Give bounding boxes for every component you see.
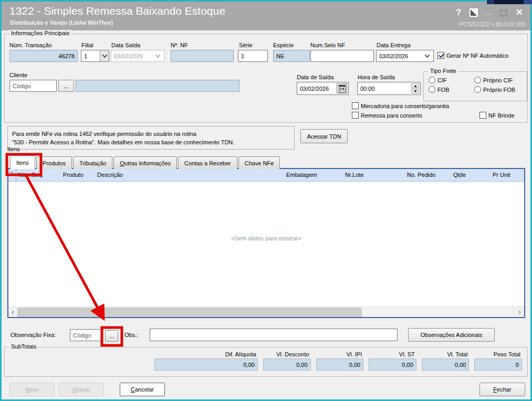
nf-brinde-checkbox[interactable] [479,112,486,119]
radio-cif-label: CIF [437,77,447,83]
obs-input[interactable] [150,329,398,341]
close-icon[interactable]: ✕ [516,7,523,18]
remessa-conserto-checkbox[interactable] [352,112,359,119]
spinner-up-button[interactable] [411,83,419,88]
col-embalagem[interactable]: Embalagem [286,172,317,178]
nfe-notice-box: Para emitir NFe via rotina 1452 verifiqu… [7,126,295,150]
col-produto[interactable]: Produto [63,172,84,178]
spinner-down-button[interactable] [411,89,419,93]
col-num-seq[interactable]: Núm.Seq. [18,172,44,178]
serie-label: Série [239,42,253,48]
gravar-button[interactable]: Gravar [59,383,104,396]
data-saida-value: 03/02/2026 [114,53,143,59]
col-qtde[interactable]: Qtde [453,172,466,178]
radio-cif[interactable] [429,77,435,83]
radio-proprio-cif[interactable] [474,77,481,83]
chevron-down-icon [423,54,431,58]
filial-dropdown-button[interactable] [100,50,109,61]
titlebar: 1322 - Simples Remessa Baixando Estoque … [2,2,530,30]
data-de-saida-label: Data de Saída [297,74,333,80]
subtotal-label: Vl. Total [422,351,470,357]
scroll-left-icon[interactable]: ‹ [8,307,17,317]
observacoes-adicionais-button[interactable]: Observações Adicionais [408,328,495,342]
tab-itens[interactable]: Itens [10,154,35,169]
data-saida-label: Data Saída [111,42,140,48]
tab-outras-informacoes[interactable]: Outras Informações [113,156,177,169]
col-nr-lote[interactable]: Nr.Lote [345,172,363,178]
window-title: 1322 - Simples Remessa Baixando Estoque [9,5,225,17]
cliente-label: Cliente [9,72,27,78]
cliente-browse-button[interactable]: ... [58,80,74,92]
app-window: 1322 - Simples Remessa Baixando Estoque … [0,0,532,401]
col-descricao[interactable]: Descrição [97,172,123,178]
radio-fob-label: FOB [437,87,450,93]
acessar-tdn-button[interactable]: Acessar TDN [300,129,348,143]
ellipsis-icon: ... [64,83,68,89]
calendar-button[interactable]: 15 [337,83,347,93]
grid-menu-icon[interactable]: ☰ [9,172,14,177]
subtotal-col: Peso Total 0 [474,351,522,371]
radio-proprio-fob[interactable] [474,86,481,93]
version-label: PCSIS1322 v.38.0.02.005 [460,21,526,27]
remessa-conserto-label: Remessa para conserto [361,112,422,119]
ellipsis-icon: ... [109,333,114,339]
scrollbar-thumb[interactable] [17,308,362,317]
chevron-down-icon [154,54,161,58]
nf-field [171,50,234,62]
subtotal-value: 0,00 [154,358,258,371]
filial-combobox[interactable]: 1 [81,50,109,62]
data-entrega-combobox[interactable]: 03/02/2026 [376,50,434,62]
subtotal-value: 0,00 [263,358,311,371]
arrow-up-icon [414,85,417,87]
nfe-notice-line2: "530 - Permitir Acesso a Rotina". Mais d… [12,138,290,146]
subtotal-value: 0,00 [422,358,470,371]
subtotal-label: Vl. Desconto [263,351,311,357]
tab-produtos[interactable]: Produtos [36,156,72,169]
radio-proprio-fob-label: Próprio FOB [483,87,515,93]
col-no-pedido[interactable]: No. Pedido [407,172,435,178]
observacao-browse-button[interactable]: ... [105,330,118,342]
data-entrega-value: 03/02/2026 [379,53,408,59]
items-grid: ☰ Núm.Seq. Produto Descrição Embalagem N… [7,168,525,318]
nf-brinde-label: NF Brinde [488,112,515,119]
data-de-saida-input[interactable]: 03/02/2026 15 [297,82,349,95]
tab-tributacao[interactable]: Tributação [73,156,113,169]
itens-group-label: Itens [7,146,20,152]
subtotal-label: Vl. ST [369,351,416,357]
fechar-button[interactable]: Fechar [479,383,525,396]
gerar-nf-checkbox[interactable] [437,52,444,59]
hora-de-saida-input[interactable]: 00:00 [357,82,421,95]
grid-empty-message: <Sem dados para mostrar> [8,235,524,241]
tab-chave-nfe[interactable]: Chave NFe [238,156,280,169]
subtotal-label: Vl. IPI [316,351,364,357]
novo-button[interactable]: Novo [9,383,55,396]
scroll-right-icon[interactable]: › [515,307,524,317]
subtotal-col: Dif. Alíquota 0,00 [154,351,258,371]
tab-contas-a-receber[interactable]: Contas a Receber [178,156,237,169]
radio-proprio-cif-label: Próprio CIF [483,77,513,83]
subtotais-row: Dif. Alíquota 0,00 Vl. Desconto 0,00 Vl.… [154,351,522,371]
radio-fob[interactable] [429,86,435,93]
cliente-codigo-input[interactable]: Código [9,80,57,92]
theme-toggle-icon[interactable] [470,8,478,17]
subtotal-label: Peso Total [474,351,522,357]
num-selo-input[interactable] [310,50,374,62]
cancelar-button[interactable]: Cancelar [120,383,165,396]
tab-bar: Itens Produtos Tributação Outras Informa… [10,154,281,169]
observacao-codigo-input[interactable]: Código [70,329,103,341]
maximize-icon[interactable] [500,9,507,16]
horizontal-scrollbar[interactable]: ‹ › [8,307,524,317]
group-subtotais: SubTotais Dif. Alíquota 0,00 Vl. Descont… [4,347,528,377]
col-pr-unit[interactable]: Pr Unit [493,172,510,178]
mercadoria-conserto-checkbox[interactable] [352,102,359,109]
serie-input[interactable]: 1 [238,50,268,62]
minimize-icon[interactable]: _ [486,6,491,16]
subtotal-value: 0,00 [316,358,364,371]
data-entrega-label: Data Entrega [377,42,411,48]
data-de-saida-value: 03/02/2026 [300,86,329,92]
tipo-frete-label: Tipo Frete [428,68,458,74]
subtotal-col: Vl. ST 0,00 [369,351,416,371]
subtotal-col: Vl. IPI 0,00 [316,351,364,371]
help-icon[interactable]: ? [456,7,461,18]
arrow-down-icon [414,90,417,92]
